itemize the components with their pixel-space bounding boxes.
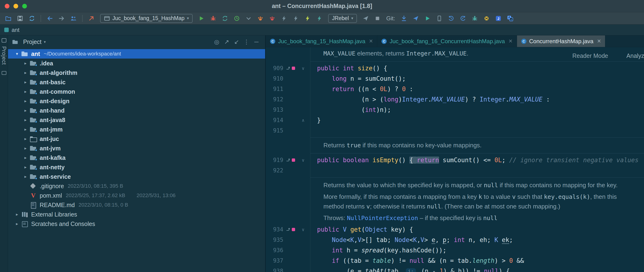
profiler-icon[interactable]: [231, 13, 242, 24]
inspect-bug-icon[interactable]: [469, 13, 480, 24]
project-tree-item[interactable]: ▸ant-java8: [8, 115, 265, 125]
project-tree-item[interactable]: README.md2022/3/10, 08:15, 0 B: [8, 200, 265, 210]
git-push-icon[interactable]: [410, 13, 421, 24]
chevron-icon[interactable]: ▸: [21, 136, 30, 142]
sync-icon[interactable]: [26, 13, 37, 24]
chevron-icon[interactable]: ▸: [13, 212, 21, 217]
chevron-icon[interactable]: ▸: [21, 146, 30, 151]
project-tree-item[interactable]: ▸ant-common: [8, 87, 265, 96]
chevron-icon[interactable]: ▸: [21, 89, 30, 94]
breadcrumb[interactable]: ant: [12, 27, 19, 33]
line-number[interactable]: 910: [266, 75, 283, 82]
hide-panel-icon[interactable]: ─: [252, 38, 261, 45]
bookmark-icon[interactable]: [291, 158, 296, 162]
chevron-icon[interactable]: ▸: [13, 221, 21, 226]
back-icon[interactable]: [44, 13, 55, 24]
chevron-icon[interactable]: ▸: [21, 117, 30, 122]
collapse-icon[interactable]: ↙: [232, 38, 242, 45]
project-tree-item[interactable]: Vpom.xml2022/5/25, 17:37, 2.62 kB2022/5/…: [8, 191, 265, 200]
chevron-icon[interactable]: ▸: [21, 155, 30, 160]
close-window-button[interactable]: [5, 4, 10, 8]
expand-icon[interactable]: ↗: [222, 38, 232, 45]
stripe-project-label[interactable]: Project: [1, 46, 7, 65]
close-icon[interactable]: ×: [369, 38, 373, 44]
line-number[interactable]: 913: [266, 106, 283, 113]
jrebel-select[interactable]: JRebel▾: [328, 14, 357, 23]
editor-tab[interactable]: CJuc_book_fang_15_HashMap.java×: [266, 36, 377, 47]
chevron-icon[interactable]: ▸: [21, 70, 30, 75]
fold-marker-icon[interactable]: ∨: [298, 66, 308, 71]
jrebel-run-icon[interactable]: [302, 13, 313, 24]
chevron-icon[interactable]: ▸: [21, 61, 30, 66]
line-number[interactable]: 922: [266, 167, 283, 174]
fold-marker-icon[interactable]: ∨: [298, 227, 308, 232]
run-icon[interactable]: [196, 13, 207, 24]
bolt-1-icon[interactable]: [278, 13, 290, 24]
history-forward-icon[interactable]: [458, 13, 468, 24]
code-text[interactable]: }: [308, 117, 321, 124]
code-text[interactable]: long n = sumCount();: [308, 75, 406, 82]
line-number[interactable]: 915: [266, 127, 283, 134]
code-text[interactable]: (n > (long)Integer.MAX_VALUE) ? Integer.…: [308, 96, 550, 103]
line-number[interactable]: 938: [266, 268, 283, 272]
history-back-icon[interactable]: [446, 13, 456, 24]
project-tree-item[interactable]: ▸ant-service: [8, 172, 265, 181]
code-with-me-icon[interactable]: [68, 13, 79, 24]
fold-marker-icon[interactable]: ∨: [298, 158, 308, 163]
locate-icon[interactable]: ◎: [212, 38, 222, 45]
more-run-chevron-icon[interactable]: [243, 13, 254, 24]
reader-mode-toggle[interactable]: Reader Mode: [572, 52, 608, 59]
code-text[interactable]: (int)n);: [308, 106, 391, 113]
project-tree-item[interactable]: ▸Scratches and Consoles: [8, 219, 265, 228]
chevron-icon[interactable]: ▸: [21, 108, 30, 113]
panel-title[interactable]: Project: [23, 38, 42, 45]
project-tree-item[interactable]: ▸.idea: [8, 58, 265, 68]
translate-icon[interactable]: Aa: [505, 13, 516, 24]
zoom-window-button[interactable]: [22, 4, 27, 8]
bookmark-icon[interactable]: [291, 66, 296, 70]
editor-tab[interactable]: CJuc_book_fang_16_ConcurrentHashMap.java…: [377, 36, 517, 47]
line-number[interactable]: 909: [266, 65, 283, 72]
project-tree-item[interactable]: ▸ant-jvm: [8, 144, 265, 153]
override-arrow-icon[interactable]: [286, 158, 290, 162]
hotswap-icon[interactable]: [86, 13, 97, 24]
deploy-icon[interactable]: [360, 13, 371, 24]
more-options-icon[interactable]: ⋮: [242, 38, 252, 45]
chevron-icon[interactable]: ▾: [13, 51, 21, 56]
plugin-paw-b-icon[interactable]: [267, 13, 278, 24]
code-text[interactable]: public int size() {: [308, 65, 387, 72]
code-text[interactable]: public V get(Object key) {: [308, 226, 413, 233]
plugin-paw-a-icon[interactable]: [255, 13, 266, 24]
line-number[interactable]: 937: [266, 257, 283, 264]
coverage-icon[interactable]: [220, 13, 230, 24]
line-number[interactable]: 935: [266, 236, 283, 243]
project-tree-item[interactable]: ▸External Libraries: [8, 210, 265, 219]
line-number[interactable]: 911: [266, 86, 283, 92]
bookmark-icon[interactable]: [291, 227, 296, 232]
open-project-icon[interactable]: [3, 13, 14, 24]
code-text[interactable]: (e = tabAt(tab, i: (n - 1) & h)) != null…: [308, 268, 510, 272]
device-icon[interactable]: [434, 13, 445, 24]
line-number[interactable]: 912: [266, 96, 283, 103]
editor-tab[interactable]: CConcurrentHashMap.java×: [517, 36, 606, 47]
project-tree-item[interactable]: ▸ant-juc: [8, 134, 265, 144]
project-tree-item[interactable]: ▸ant-basic: [8, 78, 265, 87]
stop-icon[interactable]: [372, 13, 383, 24]
close-icon[interactable]: ×: [597, 38, 601, 44]
forward-icon[interactable]: [56, 13, 67, 24]
project-tool-icon[interactable]: [2, 38, 6, 42]
code-text[interactable]: public boolean isEmpty() { return sumCou…: [308, 156, 638, 164]
bolt-2-icon[interactable]: [290, 13, 301, 24]
code-text[interactable]: Node<K,V>[] tab; Node<K,V> e, p; int n, …: [308, 236, 513, 244]
git-update-icon[interactable]: [398, 13, 409, 24]
project-tree-item[interactable]: ▸ant-algorithm: [8, 68, 265, 78]
jrebel-debug-icon[interactable]: [314, 13, 325, 24]
chevron-icon[interactable]: ▸: [21, 127, 30, 132]
project-tree-item[interactable]: ▾ant~/Documents/idea-workspace/ant: [8, 49, 265, 58]
line-number[interactable]: 919: [266, 157, 283, 164]
line-number[interactable]: 936: [266, 247, 283, 254]
override-arrow-icon[interactable]: [286, 66, 290, 70]
debug-icon[interactable]: [208, 13, 218, 24]
run-config-select[interactable]: Juc_book_fang_15_HashMap▾: [100, 14, 193, 23]
project-tree-item[interactable]: ▸ant-design: [8, 96, 265, 106]
